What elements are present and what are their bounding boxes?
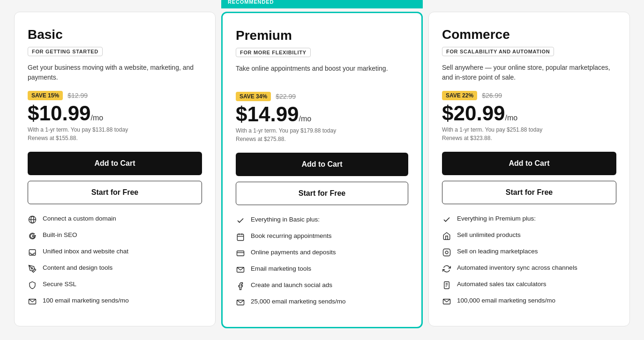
add-to-cart-button-basic[interactable]: Add to Cart [28,152,202,175]
feature-item-premium-2: Online payments and deposits [236,248,408,258]
plan-desc-basic: Get your business moving with a website,… [28,63,202,83]
svg-rect-10 [237,251,244,256]
feature-icon-basic-5 [28,297,37,306]
feature-text-commerce-4: Automated sales tax calculators [457,280,547,289]
feature-icon-basic-3 [28,264,37,273]
plan-name-commerce: Commerce [442,27,616,42]
feature-icon-premium-3 [236,265,245,274]
plan-tag-basic: FOR GETTING STARTED [28,47,103,56]
price-main-commerce: $20.99/mo [442,103,616,124]
feature-text-commerce-0: Everything in Premium plus: [457,214,536,223]
feature-item-basic-3: Content and design tools [28,264,202,273]
feature-text-commerce-1: Sell unlimited products [457,231,521,240]
feature-item-premium-1: Book recurring appointments [236,232,408,242]
plan-desc-commerce: Sell anywhere — your online store, popul… [442,63,616,83]
feature-icon-premium-4 [236,281,245,291]
feature-item-premium-3: Email marketing tools [236,265,408,274]
feature-item-commerce-2: Sell on leading marketplaces [442,247,616,257]
features-list-commerce: Everything in Premium plus: Sell unlimit… [442,214,616,306]
feature-item-basic-0: Connect a custom domain [28,214,202,224]
feature-icon-premium-5 [236,298,245,307]
svg-rect-6 [237,234,244,241]
feature-text-basic-5: 100 email marketing sends/mo [43,296,129,305]
feature-text-basic-4: Secure SSL [43,280,76,289]
feature-icon-basic-2 [28,248,37,257]
feature-icon-commerce-1 [442,231,451,241]
price-main-premium: $14.99/mo [236,104,408,125]
features-list-premium: Everything in Basic plus: Book recurring… [236,215,408,307]
feature-item-commerce-0: Everything in Premium plus: [442,214,616,224]
svg-rect-16 [444,282,449,289]
price-row-commerce: SAVE 22% $26.99 [442,91,616,100]
feature-text-commerce-2: Sell on leading marketplaces [457,247,538,256]
feature-item-commerce-4: Automated sales tax calculators [442,280,616,290]
price-row-premium: SAVE 34% $22.99 [236,92,408,101]
price-note-basic: With a 1-yr term. You pay $131.88 todayR… [28,126,202,142]
recommended-badge: RECOMMENDED [221,0,423,8]
plan-tag-premium: FOR MORE FLEXIBILITY [236,48,311,57]
plan-name-premium: Premium [236,28,408,43]
save-badge-basic: SAVE 15% [28,91,63,100]
feature-icon-premium-0 [236,216,245,225]
feature-item-basic-5: 100 email marketing sends/mo [28,296,202,306]
price-note-premium: With a 1-yr term. You pay $179.88 todayR… [236,126,408,143]
feature-text-premium-0: Everything in Basic plus: [251,215,320,224]
feature-item-commerce-5: 100,000 email marketing sends/mo [442,296,616,306]
feature-text-premium-1: Book recurring appointments [251,232,332,241]
price-row-basic: SAVE 15% $12.99 [28,91,202,100]
feature-item-basic-4: Secure SSL [28,280,202,290]
feature-item-premium-5: 25,000 email marketing sends/mo [236,297,408,307]
svg-point-4 [31,268,33,269]
plan-desc-premium: Take online appointments and boost your … [236,64,408,84]
feature-text-premium-2: Online payments and deposits [251,248,336,257]
feature-icon-premium-1 [236,232,245,242]
feature-text-basic-2: Unified inbox and website chat [43,247,128,256]
add-to-cart-button-premium[interactable]: Add to Cart [236,153,408,176]
feature-text-basic-1: Built-in SEO [43,231,77,240]
feature-icon-commerce-2 [442,248,451,257]
feature-icon-basic-1 [28,231,37,241]
feature-item-commerce-3: Automated inventory sync across channels [442,264,616,273]
feature-item-basic-2: Unified inbox and website chat [28,247,202,257]
features-list-basic: Connect a custom domain Built-in SEO Uni… [28,214,202,306]
feature-text-basic-3: Content and design tools [43,264,112,273]
feature-item-premium-4: Create and launch social ads [236,281,408,291]
pricing-container: Basic FOR GETTING STARTED Get your busin… [9,12,635,328]
feature-text-commerce-3: Automated inventory sync across channels [457,264,577,273]
feature-text-premium-3: Email marketing tools [251,265,311,273]
feature-icon-premium-2 [236,249,245,258]
original-price-commerce: $26.99 [482,92,502,99]
start-for-free-button-premium[interactable]: Start for Free [236,182,408,205]
feature-icon-commerce-4 [442,281,451,290]
svg-rect-14 [443,249,450,256]
plan-card-commerce: Commerce FOR SCALABILITY AND AUTOMATION … [428,12,630,326]
feature-icon-commerce-3 [442,264,451,273]
original-price-premium: $22.99 [276,93,296,100]
plan-card-basic: Basic FOR GETTING STARTED Get your busin… [14,12,216,326]
plan-tag-commerce: FOR SCALABILITY AND AUTOMATION [442,47,554,56]
plan-card-premium: RECOMMENDED Premium FOR MORE FLEXIBILITY… [221,12,423,328]
feature-item-premium-0: Everything in Basic plus: [236,215,408,225]
feature-item-basic-1: Built-in SEO [28,231,202,241]
feature-text-premium-4: Create and launch social ads [251,281,332,290]
price-main-basic: $10.99/mo [28,103,202,124]
feature-item-commerce-1: Sell unlimited products [442,231,616,241]
save-badge-commerce: SAVE 22% [442,91,477,100]
price-note-commerce: With a 1-yr term. You pay $251.88 todayR… [442,126,616,142]
plan-name-basic: Basic [28,27,202,42]
feature-icon-basic-4 [28,281,37,290]
start-for-free-button-commerce[interactable]: Start for Free [442,181,616,204]
add-to-cart-button-commerce[interactable]: Add to Cart [442,152,616,175]
feature-text-commerce-5: 100,000 email marketing sends/mo [457,296,555,305]
feature-icon-commerce-5 [442,297,451,306]
save-badge-premium: SAVE 34% [236,92,271,101]
start-for-free-button-basic[interactable]: Start for Free [28,181,202,204]
original-price-basic: $12.99 [67,92,88,99]
feature-icon-commerce-0 [442,215,451,224]
feature-icon-basic-0 [28,215,37,224]
feature-text-basic-0: Connect a custom domain [43,214,116,223]
feature-text-premium-5: 25,000 email marketing sends/mo [251,297,346,306]
